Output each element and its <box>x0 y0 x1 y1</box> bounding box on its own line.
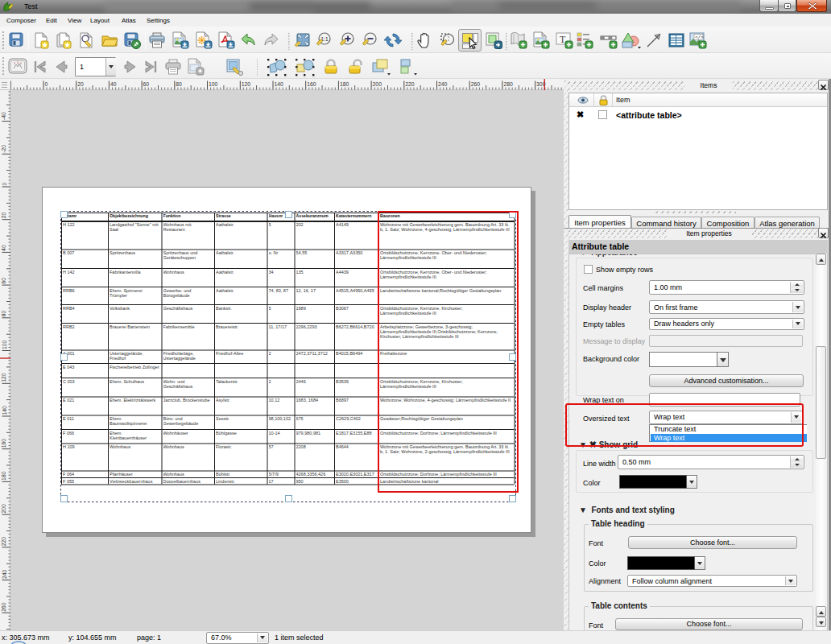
svg-text:80: 80 <box>176 81 182 87</box>
svg-text:40: 40 <box>110 81 117 87</box>
svg-text:140: 140 <box>2 406 7 415</box>
svg-text:240: 240 <box>2 569 7 579</box>
svg-text:60: 60 <box>143 81 150 87</box>
svg-text:220: 220 <box>2 537 7 547</box>
svg-text:20: 20 <box>77 81 84 87</box>
svg-text:40: 40 <box>2 245 7 251</box>
svg-text:120: 120 <box>2 373 7 382</box>
svg-text:-20: -20 <box>2 145 7 153</box>
svg-text:120: 120 <box>242 81 251 87</box>
svg-text:260: 260 <box>471 81 481 87</box>
svg-text:-40: -40 <box>2 112 7 120</box>
svg-text:80: 80 <box>2 311 7 317</box>
svg-text:0: 0 <box>2 183 7 186</box>
svg-text:160: 160 <box>307 81 316 87</box>
svg-text:100: 100 <box>209 81 218 87</box>
svg-text:0: 0 <box>45 81 48 87</box>
svg-text:280: 280 <box>503 81 513 87</box>
svg-text:200: 200 <box>373 81 382 87</box>
svg-text:200: 200 <box>2 504 7 514</box>
svg-text:</>: </> <box>695 34 704 39</box>
svg-text:180: 180 <box>2 471 7 481</box>
svg-text:180: 180 <box>340 81 349 87</box>
svg-text:220: 220 <box>405 81 415 87</box>
svg-text:20: 20 <box>2 212 7 218</box>
svg-text:260: 260 <box>2 602 7 612</box>
svg-text:60: 60 <box>2 278 7 284</box>
svg-text:100: 100 <box>2 340 7 349</box>
svg-text:160: 160 <box>2 439 7 448</box>
svg-text:140: 140 <box>275 81 284 87</box>
svg-text:240: 240 <box>438 81 448 87</box>
